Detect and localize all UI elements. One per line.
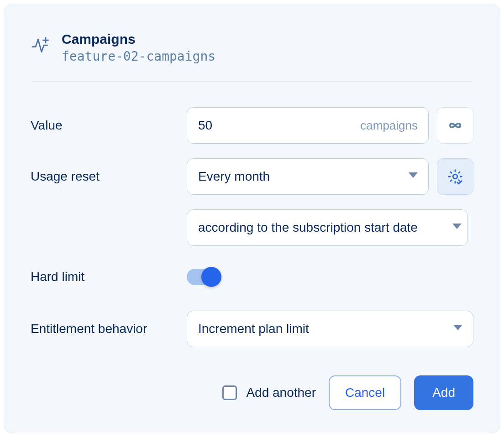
infinity-button[interactable] (437, 107, 473, 144)
value-label: Value (31, 118, 187, 133)
value-row: Value campaigns (31, 107, 473, 144)
entitlement-config-card: Campaigns feature-02-campaigns Value cam… (4, 4, 500, 433)
hard-limit-toggle[interactable] (187, 269, 220, 285)
cancel-button[interactable]: Cancel (329, 375, 401, 410)
feature-id: feature-02-campaigns (62, 49, 215, 64)
svg-point-2 (453, 174, 457, 179)
usage-reset-select[interactable]: Every month (187, 158, 429, 195)
card-footer: Add another Cancel Add (222, 375, 473, 410)
usage-reset-settings-button[interactable] (437, 158, 473, 195)
metered-feature-icon (31, 35, 51, 55)
usage-reset-label: Usage reset (31, 169, 187, 184)
entitlement-behavior-value: Increment plan limit (198, 322, 309, 336)
usage-reset-row: Usage reset Every month (31, 158, 473, 195)
reset-anchor-select[interactable]: according to the subscription start date (187, 209, 468, 246)
usage-reset-sub-row: according to the subscription start date (187, 209, 473, 246)
hard-limit-row: Hard limit (31, 269, 473, 285)
add-another-checkbox[interactable] (222, 385, 237, 400)
value-input[interactable] (187, 107, 429, 144)
card-header: Campaigns feature-02-campaigns (31, 31, 473, 64)
add-button[interactable]: Add (414, 375, 473, 410)
value-input-wrap: campaigns (187, 107, 429, 144)
usage-reset-value: Every month (198, 169, 270, 184)
entitlement-behavior-label: Entitlement behavior (31, 322, 187, 336)
divider (31, 81, 473, 82)
add-another-checkbox-group[interactable]: Add another (222, 385, 316, 400)
add-another-label: Add another (246, 385, 316, 400)
header-text: Campaigns feature-02-campaigns (62, 31, 215, 64)
feature-title: Campaigns (62, 31, 215, 47)
entitlement-behavior-select[interactable]: Increment plan limit (187, 311, 473, 347)
reset-anchor-value: according to the subscription start date (198, 220, 418, 235)
entitlement-behavior-row: Entitlement behavior Increment plan limi… (31, 311, 473, 347)
hard-limit-label: Hard limit (31, 270, 187, 284)
